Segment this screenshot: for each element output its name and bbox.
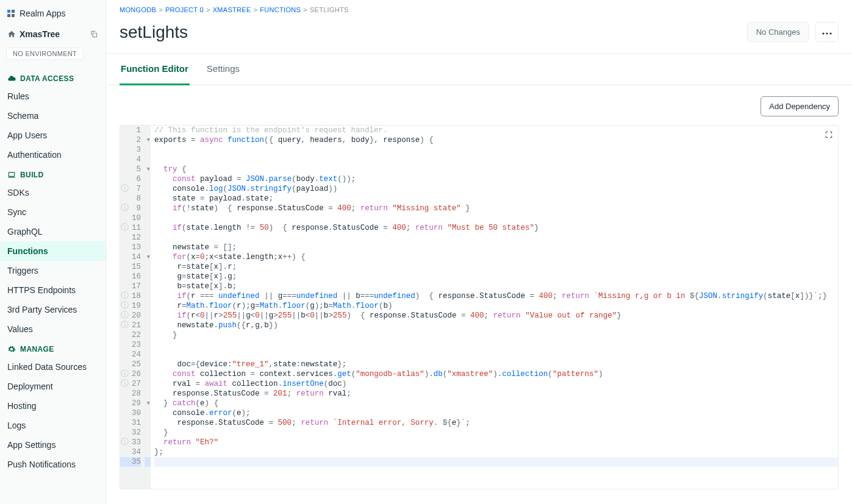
main: MONGODB>PROJECT 0>XMASTREE>FUNCTIONS>SET… bbox=[106, 0, 852, 504]
sidebar-item-values[interactable]: Values bbox=[0, 319, 106, 339]
fullscreen-button[interactable] bbox=[825, 130, 833, 141]
copy-icon[interactable] bbox=[90, 30, 98, 38]
sidebar-item-hosting[interactable]: Hosting bbox=[0, 396, 106, 416]
breadcrumb-item[interactable]: FUNCTIONS bbox=[260, 6, 301, 13]
breadcrumb-item[interactable]: PROJECT 0 bbox=[165, 6, 204, 13]
sidebar-item-sync[interactable]: Sync bbox=[0, 202, 106, 222]
app-switcher[interactable]: XmasTree bbox=[0, 26, 106, 45]
svg-rect-1 bbox=[9, 172, 14, 176]
breadcrumb-item: SETLIGHTS bbox=[310, 6, 349, 13]
environment-pill[interactable]: NO ENVIRONMENT bbox=[6, 48, 84, 60]
sidebar-item-rules[interactable]: Rules bbox=[0, 87, 106, 106]
sidebar: Realm Apps XmasTree NO ENVIRONMENT DATA … bbox=[0, 0, 106, 504]
gear-icon bbox=[7, 345, 16, 353]
svg-rect-0 bbox=[93, 33, 96, 37]
sidebar-item-3rd-party-services[interactable]: 3rd Party Services bbox=[0, 300, 106, 319]
cloud-icon bbox=[7, 74, 16, 83]
realm-grid-icon bbox=[7, 10, 15, 17]
breadcrumb-item[interactable]: XMASTREE bbox=[213, 6, 251, 13]
section-data-access: DATA ACCESS bbox=[0, 68, 106, 87]
sidebar-item-graphql[interactable]: GraphQL bbox=[0, 222, 106, 241]
section-manage: MANAGE bbox=[0, 339, 106, 357]
sidebar-item-linked-data-sources[interactable]: Linked Data Sources bbox=[0, 357, 106, 377]
brand-label: Realm Apps bbox=[20, 9, 65, 18]
sidebar-item-triggers[interactable]: Triggers bbox=[0, 261, 106, 280]
fullscreen-icon bbox=[825, 130, 833, 139]
laptop-icon bbox=[7, 171, 16, 179]
sidebar-item-deployment[interactable]: Deployment bbox=[0, 377, 106, 396]
ellipsis-icon bbox=[822, 32, 832, 35]
more-menu-button[interactable] bbox=[815, 22, 839, 42]
sidebar-item-schema[interactable]: Schema bbox=[0, 106, 106, 126]
sidebar-item-logs[interactable]: Logs bbox=[0, 416, 106, 435]
page-title: setLights bbox=[120, 23, 188, 42]
breadcrumb: MONGODB>PROJECT 0>XMASTREE>FUNCTIONS>SET… bbox=[106, 0, 852, 13]
tab-bar: Function EditorSettings bbox=[106, 54, 852, 85]
sidebar-item-authentication[interactable]: Authentication bbox=[0, 145, 106, 165]
add-dependency-button[interactable]: Add Dependency bbox=[761, 96, 839, 116]
sidebar-item-app-settings[interactable]: App Settings bbox=[0, 435, 106, 455]
svg-point-4 bbox=[829, 32, 831, 34]
sidebar-item-push-notifications[interactable]: Push Notifications bbox=[0, 455, 106, 474]
breadcrumb-item[interactable]: MONGODB bbox=[120, 6, 156, 13]
brand-logo: Realm Apps bbox=[0, 0, 106, 26]
tab-settings[interactable]: Settings bbox=[206, 54, 241, 85]
tab-function-editor[interactable]: Function Editor bbox=[120, 54, 190, 85]
no-changes-button[interactable]: No Changes bbox=[747, 22, 809, 42]
section-build: BUILD bbox=[0, 165, 106, 183]
svg-point-3 bbox=[826, 32, 828, 34]
sidebar-item-https-endpoints[interactable]: HTTPS Endpoints bbox=[0, 280, 106, 300]
app-name: XmasTree bbox=[20, 29, 60, 39]
sidebar-item-sdks[interactable]: SDKs bbox=[0, 183, 106, 202]
home-icon bbox=[7, 30, 16, 38]
sidebar-item-functions[interactable]: Functions bbox=[0, 241, 106, 261]
svg-point-2 bbox=[822, 32, 824, 34]
code-editor[interactable]: ⓘⓘⓘⓘⓘⓘⓘⓘⓘⓘ123456789101112131415161718192… bbox=[120, 125, 839, 489]
sidebar-item-app-users[interactable]: App Users bbox=[0, 126, 106, 145]
